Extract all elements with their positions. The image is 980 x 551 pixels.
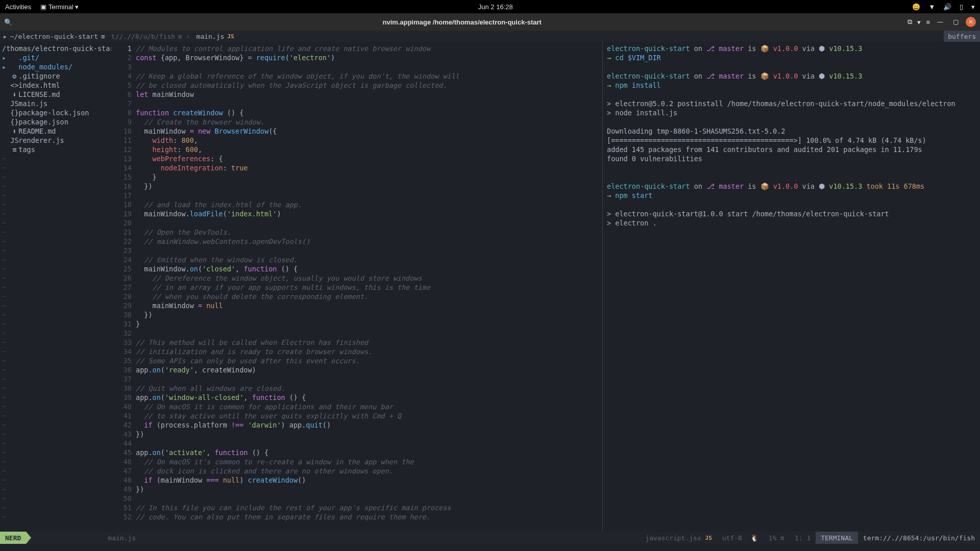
tree-item[interactable]: ⬇LICENSE.md: [0, 90, 111, 99]
tree-root[interactable]: /thomas/electron-quick-start/: [0, 44, 111, 53]
editor-body: /thomas/electron-quick-start/ ▸ .git/▸ n…: [0, 42, 980, 532]
battery-icon[interactable]: ▯: [960, 3, 963, 11]
file-tree[interactable]: /thomas/electron-quick-start/ ▸ .git/▸ n…: [0, 42, 111, 532]
gnome-top-bar: Activities ▣ Terminal ▾ Jun 2 16:28 😀 ▼ …: [0, 0, 980, 13]
tree-item[interactable]: ≡tags: [0, 145, 111, 154]
tree-item[interactable]: ⚙.gitignore: [0, 71, 111, 81]
status-percent: 1% ≡: [764, 532, 790, 544]
status-terminal-path: term://.//8654:/usr/bin/fish: [858, 532, 980, 544]
maximize-button[interactable]: ▢: [950, 17, 961, 27]
breadcrumb-1[interactable]: ▸ ~/electron-quick-start ≡: [0, 33, 108, 40]
minimize-button[interactable]: —: [935, 17, 945, 27]
code-content[interactable]: // Modules to control application life a…: [136, 42, 602, 532]
volume-icon[interactable]: 🔊: [943, 3, 951, 11]
tree-item[interactable]: <>index.html: [0, 81, 111, 90]
wifi-icon[interactable]: ▼: [928, 3, 935, 11]
command-line[interactable]: [0, 544, 980, 551]
window-title-bar: 🔍 nvim.appimage /home/thomas/electron-qu…: [0, 13, 980, 31]
tree-item[interactable]: {}package-lock.json: [0, 108, 111, 117]
buffers-label[interactable]: buffers: [944, 31, 980, 42]
tabline: ▸ ~/electron-quick-start ≡ t//.//8/u/b/f…: [0, 31, 980, 42]
tree-item[interactable]: JSrenderer.js: [0, 136, 111, 145]
breadcrumb-3[interactable]: main.js JS: [193, 33, 237, 40]
mode-indicator: NERD: [0, 532, 26, 544]
tree-item[interactable]: JSmain.js: [0, 99, 111, 108]
breadcrumb-2[interactable]: t//.//8/u/b/fish ≡ ›: [108, 33, 193, 40]
tree-item[interactable]: ▸ .git/: [0, 53, 111, 62]
status-position: 1: 1: [790, 532, 816, 544]
status-file: main.js: [103, 532, 141, 544]
clock[interactable]: Jun 2 16:28: [79, 3, 912, 11]
status-encoding: utf-8 🐧: [717, 532, 764, 544]
statusline: NERD main.js javascript.jsx JS utf-8 🐧 1…: [0, 532, 980, 544]
emoji-icon: 😀: [912, 3, 920, 11]
folder-icon: ▸: [3, 33, 7, 40]
close-button[interactable]: ✕: [966, 17, 976, 27]
status-terminal-label: TERMINAL: [816, 532, 858, 544]
system-menu-icon[interactable]: ▾: [971, 3, 975, 11]
search-icon[interactable]: 🔍: [4, 18, 16, 26]
tree-item[interactable]: {}package.json: [0, 117, 111, 127]
tree-item[interactable]: ⬇README.md: [0, 127, 111, 136]
terminal-pane[interactable]: electron-quick-start on ⎇ master is 📦 v1…: [602, 42, 980, 532]
line-gutter: 1234567891011121314151617181920212223242…: [111, 42, 136, 532]
hamburger-icon[interactable]: ≡: [926, 18, 930, 26]
window-title: nvim.appimage /home/thomas/electron-quic…: [16, 18, 908, 26]
app-menu[interactable]: ▣ Terminal ▾: [40, 3, 79, 11]
dropdown-icon[interactable]: ▾: [917, 18, 921, 26]
new-tab-icon[interactable]: ⧉: [908, 18, 912, 26]
tree-item[interactable]: ▸ node_modules/: [0, 62, 111, 71]
activities-button[interactable]: Activities: [5, 3, 31, 11]
code-pane[interactable]: 1234567891011121314151617181920212223242…: [111, 42, 602, 532]
status-filetype: javascript.jsx JS: [640, 532, 717, 544]
